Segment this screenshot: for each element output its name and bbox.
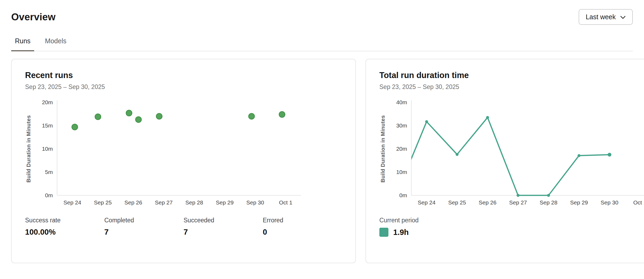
stat-success-rate: Success rate 100.00% (25, 217, 104, 237)
svg-text:Sep 30: Sep 30 (601, 199, 618, 206)
period-selector[interactable]: Last week (579, 9, 633, 25)
tab-models[interactable]: Models (41, 37, 70, 51)
svg-text:10m: 10m (42, 146, 53, 152)
tab-runs[interactable]: Runs (11, 37, 34, 51)
legend-label: Current period (379, 217, 644, 224)
card-title: Total run duration time (379, 71, 644, 80)
card-title: Recent runs (25, 71, 342, 80)
stat-value: 7 (104, 228, 184, 237)
svg-text:20m: 20m (42, 99, 53, 105)
total-run-duration-card: Total run duration time Sep 23, 2025 – S… (365, 59, 644, 263)
stat-label: Errored (263, 217, 342, 224)
svg-text:Build Duration in Minutes: Build Duration in Minutes (380, 115, 386, 183)
svg-text:Sep 29: Sep 29 (216, 199, 234, 206)
stat-label: Success rate (25, 217, 104, 224)
svg-text:Sep 28: Sep 28 (540, 199, 558, 206)
card-date-range: Sep 23, 2025 – Sep 30, 2025 (379, 83, 644, 91)
svg-text:Oct 1: Oct 1 (633, 199, 644, 206)
legend-swatch (379, 228, 388, 237)
page-title: Overview (11, 11, 55, 23)
cards-row: Recent runs Sep 23, 2025 – Sep 30, 2025 … (11, 59, 633, 263)
page-header: Overview Last week (11, 9, 633, 25)
card-date-range: Sep 23, 2025 – Sep 30, 2025 (25, 83, 342, 91)
svg-text:Sep 26: Sep 26 (479, 199, 496, 206)
legend-value: 1.9h (393, 228, 409, 237)
svg-text:15m: 15m (42, 122, 53, 129)
svg-text:Sep 25: Sep 25 (448, 199, 466, 206)
legend-row: 1.9h (379, 228, 644, 237)
stat-value: 7 (184, 228, 263, 237)
svg-text:Sep 25: Sep 25 (94, 199, 112, 206)
svg-text:Sep 27: Sep 27 (155, 199, 173, 206)
svg-text:20m: 20m (396, 146, 407, 152)
stat-value: 100.00% (25, 228, 104, 237)
svg-text:Sep 24: Sep 24 (418, 199, 436, 206)
svg-text:Sep 24: Sep 24 (63, 199, 81, 206)
stat-label: Succeeded (184, 217, 263, 224)
svg-text:Build Duration in Minutes: Build Duration in Minutes (26, 115, 31, 183)
stat-completed: Completed 7 (104, 217, 184, 237)
svg-text:10m: 10m (396, 169, 407, 175)
stat-value: 0 (263, 228, 342, 237)
svg-text:5m: 5m (45, 169, 53, 175)
svg-text:Oct 1: Oct 1 (279, 199, 292, 206)
stat-succeeded: Succeeded 7 (184, 217, 263, 237)
period-selector-label: Last week (586, 13, 616, 21)
svg-text:Sep 27: Sep 27 (509, 199, 527, 206)
svg-text:0m: 0m (45, 192, 53, 198)
stat-label: Completed (104, 217, 184, 224)
run-stats: Success rate 100.00% Completed 7 Succeed… (25, 217, 342, 237)
chevron-down-icon (620, 15, 626, 19)
svg-text:40m: 40m (396, 99, 407, 105)
svg-text:0m: 0m (399, 192, 407, 198)
svg-text:Sep 29: Sep 29 (570, 199, 588, 206)
total-run-duration-chart: 0m10m20m30m40mBuild Duration in MinutesS… (379, 98, 644, 209)
svg-text:Sep 28: Sep 28 (185, 199, 203, 206)
stat-errored: Errored 0 (263, 217, 342, 237)
tab-bar: Runs Models (11, 37, 633, 51)
svg-text:30m: 30m (396, 122, 407, 129)
recent-runs-chart: 0m5m10m15m20mBuild Duration in MinutesSe… (25, 98, 342, 209)
recent-runs-card: Recent runs Sep 23, 2025 – Sep 30, 2025 … (11, 59, 356, 263)
svg-text:Sep 26: Sep 26 (124, 199, 142, 206)
svg-text:Sep 30: Sep 30 (246, 199, 264, 206)
